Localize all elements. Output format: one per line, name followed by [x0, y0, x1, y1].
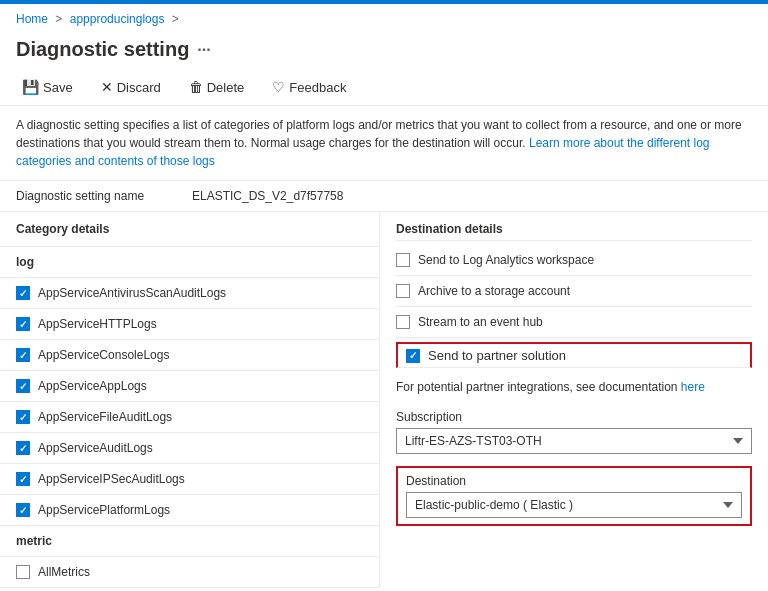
discard-icon: ✕ — [101, 79, 113, 95]
checkbox-AppServiceConsoleLogs[interactable] — [16, 348, 30, 362]
category-details-header: Category details — [0, 212, 379, 247]
list-item: AllMetrics — [0, 557, 379, 588]
delete-button[interactable]: 🗑 Delete — [183, 75, 251, 99]
checkbox-log-analytics[interactable] — [396, 253, 410, 267]
toolbar: 💾 Save ✕ Discard 🗑 Delete ♡ Feedback — [0, 69, 768, 106]
setting-name-label: Diagnostic setting name — [16, 189, 176, 203]
subscription-label: Subscription — [396, 410, 752, 424]
dest-partner-solution-highlighted: Send to partner solution — [396, 342, 752, 368]
breadcrumb-home[interactable]: Home — [16, 12, 48, 26]
checkbox-event-hub[interactable] — [396, 315, 410, 329]
list-item: AppServiceIPSecAuditLogs — [0, 464, 379, 495]
checkbox-AppServiceAntivirusScanAuditLogs[interactable] — [16, 286, 30, 300]
list-item: AppServiceAuditLogs — [0, 433, 379, 464]
checkbox-AllMetrics[interactable] — [16, 565, 30, 579]
metric-group-header: metric — [0, 526, 379, 557]
more-icon[interactable]: ··· — [197, 41, 210, 59]
log-group-header: log — [0, 247, 379, 278]
save-button[interactable]: 💾 Save — [16, 75, 79, 99]
list-item: AppServiceConsoleLogs — [0, 340, 379, 371]
discard-button[interactable]: ✕ Discard — [95, 75, 167, 99]
checkbox-AppServiceAuditLogs[interactable] — [16, 441, 30, 455]
save-icon: 💾 — [22, 79, 39, 95]
main-content: Category details log AppServiceAntivirus… — [0, 212, 768, 588]
page-title: Diagnostic setting ··· — [0, 34, 768, 69]
feedback-icon: ♡ — [272, 79, 285, 95]
checkbox-AppServiceIPSecAuditLogs[interactable] — [16, 472, 30, 486]
checkbox-AppServiceFileAuditLogs[interactable] — [16, 410, 30, 424]
subscription-select[interactable]: Liftr-ES-AZS-TST03-OTH — [396, 428, 752, 454]
description: A diagnostic setting specifies a list of… — [0, 106, 768, 181]
setting-name-value: ELASTIC_DS_V2_d7f57758 — [192, 189, 343, 203]
dest-log-analytics: Send to Log Analytics workspace — [396, 245, 752, 276]
checkbox-AppServiceAppLogs[interactable] — [16, 379, 30, 393]
delete-icon: 🗑 — [189, 79, 203, 95]
partner-note: For potential partner integrations, see … — [396, 372, 752, 402]
destination-select[interactable]: Elastic-public-demo ( Elastic ) — [406, 492, 742, 518]
list-item: AppServiceFileAuditLogs — [0, 402, 379, 433]
destination-details-header: Destination details — [396, 212, 752, 241]
checkbox-AppServiceHTTPLogs[interactable] — [16, 317, 30, 331]
right-panel: Destination details Send to Log Analytic… — [380, 212, 768, 588]
list-item: AppServiceAppLogs — [0, 371, 379, 402]
feedback-button[interactable]: ♡ Feedback — [266, 75, 352, 99]
checkbox-partner-solution[interactable] — [406, 349, 420, 363]
setting-name-row: Diagnostic setting name ELASTIC_DS_V2_d7… — [0, 181, 768, 212]
checkbox-storage-account[interactable] — [396, 284, 410, 298]
list-item: AppServiceAntivirusScanAuditLogs — [0, 278, 379, 309]
left-panel: Category details log AppServiceAntivirus… — [0, 212, 380, 588]
list-item: AppServiceHTTPLogs — [0, 309, 379, 340]
breadcrumb-resource[interactable]: appproducinglogs — [70, 12, 165, 26]
dest-storage-account: Archive to a storage account — [396, 276, 752, 307]
dest-event-hub: Stream to an event hub — [396, 307, 752, 338]
list-item: AppServicePlatformLogs — [0, 495, 379, 526]
partner-doc-link[interactable]: here — [681, 380, 705, 394]
breadcrumb: Home > appproducinglogs > — [0, 4, 768, 34]
destination-label: Destination — [406, 474, 742, 488]
checkbox-AppServicePlatformLogs[interactable] — [16, 503, 30, 517]
destination-group-highlighted: Destination Elastic-public-demo ( Elasti… — [396, 466, 752, 526]
subscription-group: Subscription Liftr-ES-AZS-TST03-OTH — [396, 402, 752, 462]
